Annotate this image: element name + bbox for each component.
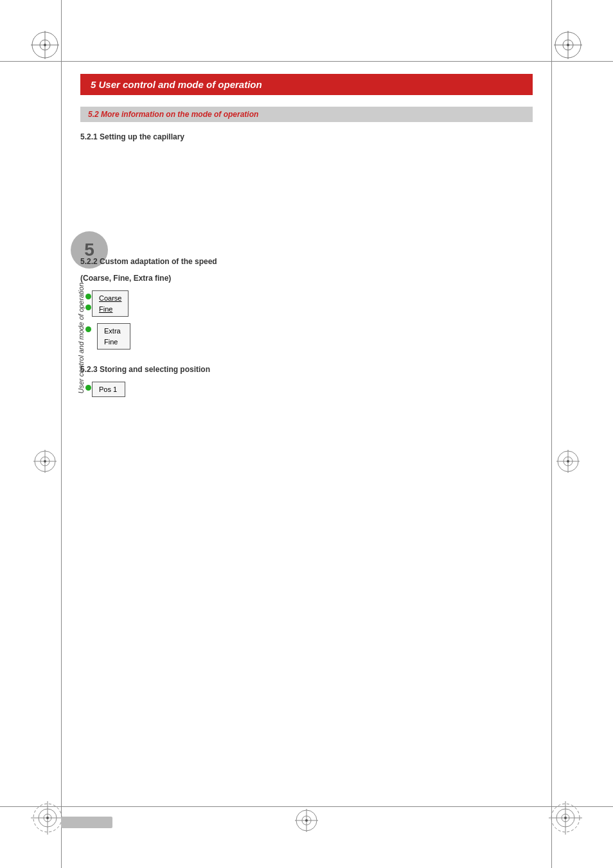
coarse-label: Coarse bbox=[99, 294, 121, 302]
main-content: 5 User control and mode of operation 5.2… bbox=[61, 61, 552, 807]
extra-fine-label: Fine bbox=[104, 338, 118, 346]
reg-mark-bottom-left bbox=[31, 801, 64, 837]
svg-point-21 bbox=[564, 817, 567, 819]
coarse-fine-button[interactable]: Coarse Fine bbox=[92, 290, 129, 317]
svg-point-26 bbox=[44, 460, 46, 463]
subsection-523: 5.2.3 Storing and selecting position Pos… bbox=[80, 365, 533, 397]
subsection-522-subtitle: (Coarse, Fine, Extra fine) bbox=[80, 274, 533, 283]
extra-label: Extra bbox=[104, 327, 121, 335]
led-dot-coarse-bottom bbox=[85, 305, 91, 310]
reg-mark-left-mid bbox=[33, 450, 57, 475]
bottom-bar bbox=[61, 817, 112, 828]
pos1-label: Pos 1 bbox=[99, 385, 117, 393]
svg-point-15 bbox=[46, 817, 49, 819]
reg-mark-top-left bbox=[31, 31, 59, 62]
chapter-heading: 5 User control and mode of operation bbox=[80, 74, 533, 95]
led-dot-extra-top bbox=[85, 326, 91, 332]
reg-mark-bottom-right bbox=[549, 801, 582, 837]
subsection-521: 5.2.1 Setting up the capillary bbox=[80, 132, 533, 141]
extra-fine-button[interactable]: Extra Fine bbox=[97, 323, 130, 350]
coarse-fine-button-container: Coarse Fine bbox=[92, 290, 129, 317]
reg-mark-top-right bbox=[554, 31, 582, 62]
svg-point-4 bbox=[44, 44, 46, 46]
reg-mark-bottom-center bbox=[295, 809, 318, 835]
subsection-522-title: 5.2.2 Custom adaptation of the speed bbox=[80, 257, 533, 266]
led-dot-coarse-top bbox=[85, 294, 91, 299]
svg-point-36 bbox=[305, 819, 308, 822]
subsection-521-title: 5.2.1 Setting up the capillary bbox=[80, 132, 533, 141]
pos1-button-container: Pos 1 bbox=[92, 382, 125, 397]
pos1-button[interactable]: Pos 1 bbox=[92, 382, 125, 397]
led-dot-pos1 bbox=[85, 385, 91, 391]
section-heading: 5.2 More information on the mode of oper… bbox=[80, 107, 533, 122]
fine-label: Fine bbox=[99, 305, 112, 313]
extra-fine-button-container: Extra Fine bbox=[92, 323, 533, 350]
svg-point-9 bbox=[567, 44, 569, 46]
svg-point-31 bbox=[567, 460, 569, 463]
subsection-523-title: 5.2.3 Storing and selecting position bbox=[80, 365, 533, 374]
reg-mark-right-mid bbox=[556, 450, 580, 475]
subsection-522: 5.2.2 Custom adaptation of the speed (Co… bbox=[80, 257, 533, 350]
